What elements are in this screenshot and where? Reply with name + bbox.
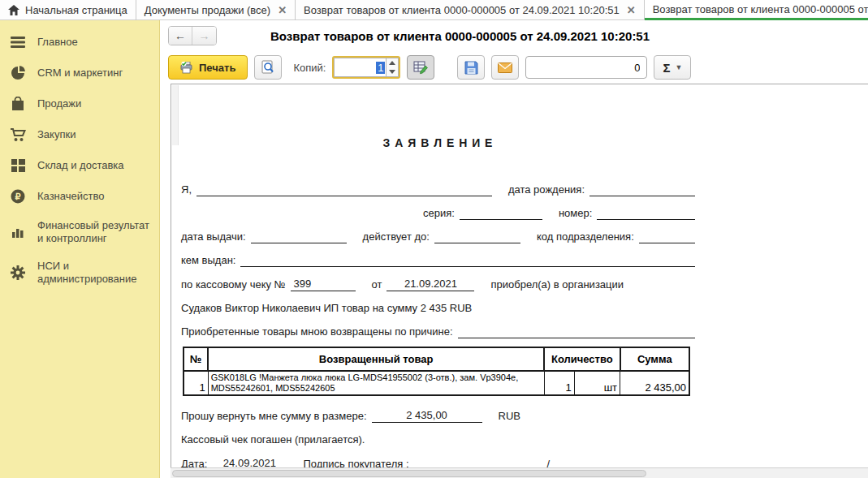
- name-blank: [196, 184, 492, 196]
- sum-button[interactable]: Σ ▼: [654, 55, 691, 80]
- sidebar-item-sales[interactable]: Продажи: [0, 88, 159, 119]
- save-button[interactable]: [457, 55, 485, 80]
- receipt-suffix: приобрел(а) в организации: [490, 278, 624, 291]
- series-blank: [460, 208, 542, 220]
- returned-goods-table: № Возвращенный товар Количество Сумма 1 …: [183, 347, 690, 396]
- sidebar-item-crm[interactable]: CRM и маркетинг: [0, 58, 159, 88]
- dept-code-blank: [639, 231, 695, 243]
- col-quantity-header: Количество: [544, 347, 620, 371]
- scrollbar-thumb[interactable]: [172, 470, 646, 477]
- receipt-line: по кассовому чеку № 399 от 21.09.2021 пр…: [181, 278, 695, 291]
- issued-by-blank: [240, 255, 695, 267]
- page-title: Возврат товаров от клиента 0000-000005 о…: [270, 29, 650, 43]
- sidebar-item-purchases[interactable]: Закупки: [0, 119, 159, 150]
- back-arrow-icon: ←: [175, 29, 186, 42]
- row-quantity-cell: 1: [544, 371, 574, 395]
- counter-input[interactable]: [525, 56, 647, 79]
- horizontal-scrollbar[interactable]: [171, 467, 868, 478]
- ya-label: Я,: [181, 183, 192, 196]
- sidebar-item-label: Продажи: [37, 97, 81, 110]
- ruble-icon: ₽: [10, 188, 26, 205]
- passport-issue-line: дата выдачи: действует до: код подраздел…: [181, 230, 695, 243]
- forward-arrow-icon: →: [199, 29, 210, 42]
- tab-sales-documents[interactable]: Документы продажи (все) ✕: [136, 0, 296, 20]
- print-button-label: Печать: [199, 62, 235, 74]
- sidebar-item-main[interactable]: Главное: [0, 27, 159, 58]
- refund-value: 2 435,00: [372, 409, 482, 423]
- sidebar-item-administration[interactable]: НСИ и администрирование: [0, 252, 159, 293]
- signature-blank: [429, 459, 531, 467]
- passport-series-line: серия: номер:: [181, 207, 695, 220]
- svg-text:₽: ₽: [15, 192, 21, 201]
- name-decrypt-blank: [564, 459, 684, 467]
- receipt-number-value: 399: [291, 278, 356, 291]
- back-button[interactable]: ←: [169, 27, 192, 45]
- copies-spinner: [386, 58, 399, 77]
- menu-icon: [10, 34, 26, 50]
- birth-date-label: дата рождения:: [508, 183, 585, 196]
- tab-return-document[interactable]: Возврат товаров от клиента 0000-000005 о…: [296, 0, 645, 20]
- tab-bar: Начальная страница Документы продажи (вс…: [0, 0, 868, 20]
- number-label: номер:: [559, 207, 592, 220]
- email-button[interactable]: [491, 55, 519, 80]
- spin-up-button[interactable]: [386, 58, 398, 67]
- issue-date-label: дата выдачи:: [181, 230, 246, 243]
- toolbar: Печать Копий: 1: [160, 51, 868, 84]
- currency-label: RUB: [499, 410, 520, 423]
- sidebar-item-label: Главное: [37, 36, 78, 49]
- row-sum-cell: 2 435,00: [620, 371, 689, 395]
- receipt-note-line: Кассовый чек погашен (прилагается).: [181, 433, 695, 446]
- document-area: З А Я В Л Е Н И Е Я, дата рождения: сери…: [171, 84, 868, 467]
- tab-home[interactable]: Начальная страница: [0, 0, 136, 20]
- sigma-icon: Σ: [663, 61, 670, 75]
- print-button[interactable]: Печать: [168, 55, 248, 80]
- row-header-strip: [172, 85, 179, 145]
- cart-icon: [10, 127, 26, 143]
- bar-chart-icon: [10, 224, 26, 240]
- sidebar-item-label: Финансовый результат и контроллинг: [37, 219, 151, 245]
- sidebar-item-label: НСИ и администрирование: [37, 260, 151, 286]
- spin-down-button[interactable]: [386, 67, 398, 76]
- valid-until-blank: [434, 231, 520, 243]
- preview-magnifier-icon: [261, 60, 275, 75]
- forward-button[interactable]: →: [192, 27, 216, 45]
- row-unit-cell: шт: [574, 371, 620, 395]
- close-icon[interactable]: ✕: [278, 4, 287, 16]
- copies-label: Копий:: [293, 62, 326, 74]
- row-number-cell: 1: [184, 371, 208, 395]
- dept-code-label: код подразделения:: [537, 230, 634, 243]
- form-heading: З А Я В Л Е Н И Е: [181, 136, 695, 149]
- series-label: серия:: [423, 207, 455, 220]
- pie-chart-icon: [10, 65, 26, 81]
- organization-text: Судаков Виктор Николаевич ИП товар на су…: [181, 302, 472, 315]
- col-item-header: Возвращенный товар: [208, 347, 544, 371]
- tab-return-document-active[interactable]: Возврат товаров от клиента 0000-000005 о…: [645, 0, 868, 20]
- copies-input[interactable]: 1: [334, 58, 386, 77]
- refund-label: Прошу вернуть мне сумму в размере:: [181, 410, 367, 423]
- table-header-row: № Возвращенный товар Количество Сумма: [184, 347, 689, 371]
- receipt-date-value: 21.09.2021: [386, 278, 474, 291]
- issued-by-label: кем выдан:: [181, 254, 235, 267]
- edit-table-button[interactable]: [407, 55, 434, 80]
- reason-blank: [458, 326, 695, 338]
- sidebar-item-treasury[interactable]: ₽ Казначейство: [0, 181, 159, 212]
- main-area: ← → Возврат товаров от клиента 0000-0000…: [160, 20, 868, 478]
- receipt-from-label: от: [372, 278, 382, 291]
- close-icon[interactable]: ✕: [627, 4, 636, 16]
- navigation-row: ← → Возврат товаров от клиента 0000-0000…: [160, 20, 868, 51]
- birth-date-blank: [589, 184, 695, 196]
- receipt-prefix: по кассовому чеку №: [181, 278, 286, 291]
- sidebar-item-label: Склад и доставка: [37, 159, 124, 172]
- shopping-bag-icon: [10, 96, 26, 112]
- table-edit-icon: [413, 60, 428, 75]
- col-sum-header: Сумма: [620, 347, 689, 371]
- home-icon: [8, 5, 19, 15]
- preview-button[interactable]: [254, 55, 282, 80]
- organization-line: Судаков Виктор Николаевич ИП товар на су…: [181, 302, 695, 315]
- date-value: 24.09.2021: [212, 457, 287, 467]
- sidebar-item-financial-result[interactable]: Финансовый результат и контроллинг: [0, 212, 159, 252]
- sidebar-item-label: CRM и маркетинг: [37, 67, 123, 80]
- sidebar-item-warehouse[interactable]: Склад и доставка: [0, 150, 159, 181]
- copies-stepper[interactable]: 1: [332, 56, 400, 79]
- number-blank: [597, 208, 695, 220]
